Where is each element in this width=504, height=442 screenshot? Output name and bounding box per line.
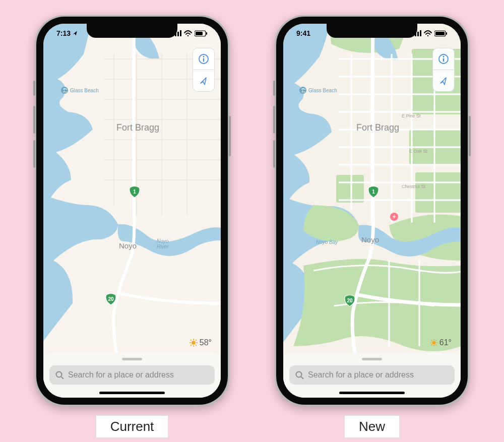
route-shield-20: 20	[105, 293, 116, 305]
info-icon	[438, 53, 449, 65]
river-label-noyo: Noyo River	[157, 238, 168, 249]
phone-new-column: 9:41	[275, 15, 469, 438]
city-label-fort-bragg: Fort Bragg	[116, 122, 159, 133]
map-controls	[193, 48, 215, 92]
wifi-icon	[424, 30, 432, 37]
city-label-fort-bragg: Fort Bragg	[356, 122, 399, 133]
phone-frame-new: 9:41	[275, 15, 469, 406]
battery-icon	[195, 30, 208, 37]
bay-label-noyo: Noyo Bay	[316, 239, 338, 245]
search-field[interactable]: Search for a place or address	[49, 365, 215, 385]
location-arrow-icon	[439, 76, 448, 85]
sun-icon	[430, 339, 437, 346]
poi-hospital[interactable]: +	[390, 213, 398, 221]
notch	[327, 24, 417, 38]
svg-rect-39	[336, 175, 364, 203]
notch	[87, 24, 177, 38]
weather-temp: 58°	[200, 338, 212, 347]
location-services-icon	[72, 30, 78, 36]
poi-glass-beach[interactable]: ⛱ Glass Beach	[61, 87, 99, 94]
caption-new: New	[344, 415, 400, 438]
sun-icon	[190, 339, 198, 347]
street-label-pine: E Pine St	[402, 113, 421, 118]
battery-icon	[434, 30, 448, 37]
phone-frame-current: 7:13	[35, 15, 229, 406]
weather-badge[interactable]: 58°	[190, 338, 212, 347]
info-button[interactable]	[432, 48, 455, 70]
search-icon	[295, 371, 304, 380]
city-label-noyo: Noyo	[361, 235, 379, 244]
route-shield-1: 1	[368, 186, 379, 198]
search-placeholder: Search for a place or address	[308, 370, 414, 380]
search-sheet[interactable]: Search for a place or address	[283, 353, 461, 398]
info-button[interactable]	[193, 48, 215, 70]
weather-badge[interactable]: 61°	[430, 338, 452, 347]
status-time: 9:41	[296, 29, 310, 37]
city-label-noyo: Noyo	[119, 241, 137, 250]
home-indicator[interactable]	[99, 392, 165, 394]
caption-current: Current	[96, 415, 169, 438]
poi-label: Glass Beach	[308, 88, 337, 93]
sheet-grabber[interactable]	[122, 358, 142, 360]
search-icon	[55, 371, 64, 380]
street-label-chestnut: Chestnut St	[402, 184, 425, 189]
search-field[interactable]: Search for a place or address	[289, 365, 455, 385]
sheet-grabber[interactable]	[362, 358, 382, 360]
beach-icon: ⛱	[299, 87, 306, 94]
svg-rect-38	[415, 172, 461, 213]
wifi-icon	[184, 30, 192, 37]
info-icon	[198, 53, 209, 65]
locate-me-button[interactable]	[193, 70, 215, 92]
poi-glass-beach[interactable]: ⛱ Glass Beach	[299, 87, 337, 94]
location-arrow-icon	[199, 76, 208, 85]
locate-me-button[interactable]	[432, 70, 455, 92]
status-time: 7:13	[56, 29, 71, 37]
poi-label: Glass Beach	[70, 88, 99, 93]
street-label-oak: E Oak St	[409, 149, 427, 154]
route-shield-1: 1	[129, 186, 140, 198]
phone-current-column: 7:13	[35, 15, 229, 438]
search-placeholder: Search for a place or address	[68, 370, 174, 380]
home-indicator[interactable]	[339, 392, 405, 394]
map-controls	[432, 48, 455, 92]
beach-icon: ⛱	[61, 87, 68, 94]
weather-temp: 61°	[439, 338, 452, 347]
route-shield-20: 20	[344, 295, 355, 307]
search-sheet[interactable]: Search for a place or address	[43, 353, 221, 398]
